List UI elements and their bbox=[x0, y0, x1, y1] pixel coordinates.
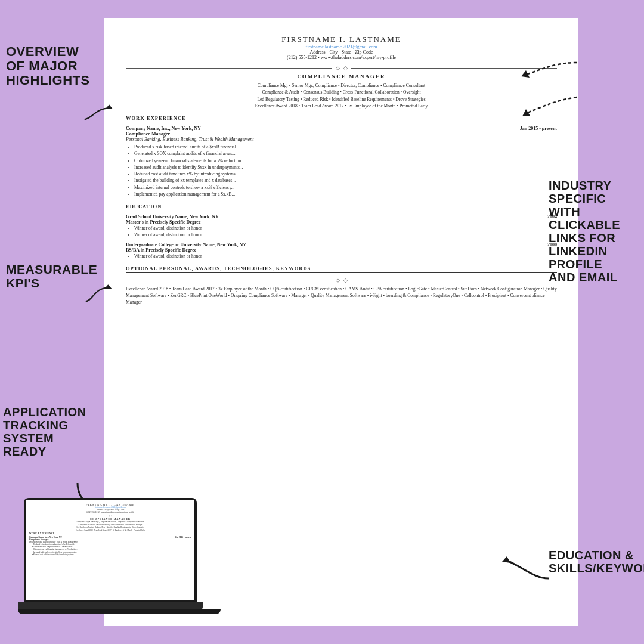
bullet-item: Produced x risk-based internal audits of… bbox=[134, 144, 557, 150]
edu2-school: Undergraduate College or University Name… bbox=[126, 242, 246, 247]
laptop-diamond1: ◇ ◇ bbox=[29, 515, 191, 517]
diamond-b-right: ◇ bbox=[343, 277, 348, 283]
laptop-header: FIRSTNAME I. LASTNAME firstname.lastname… bbox=[29, 503, 191, 513]
main-container: FIRSTNAME I. LASTNAME firstname.lastname… bbox=[0, 0, 644, 644]
edu2-bullets: Winner of award, distinction or honor bbox=[134, 253, 557, 259]
resume-phone-text: (212) 555-1212 • www.theladders.com/expe… bbox=[287, 55, 396, 60]
laptop-screen-inner: FIRSTNAME I. LASTNAME firstname.lastname… bbox=[26, 500, 194, 600]
diamond-divider-bottom: ◇ ◇ bbox=[126, 277, 557, 283]
laptop-dates: Jan 2015 - present bbox=[175, 536, 191, 538]
annotation-education-text: EDUCATION & SKILLS/KEYWORDS bbox=[549, 549, 644, 575]
laptop-bottom bbox=[18, 609, 221, 614]
laptop-screen: FIRSTNAME I. LASTNAME firstname.lastname… bbox=[24, 498, 197, 602]
kw-line3: Led Regulatory Testing • Reduced Risk • … bbox=[126, 96, 557, 103]
job1-header: Company Name, Inc., New York, NY Jan 201… bbox=[126, 126, 557, 131]
work-experience-header: WORK EXPERIENCE bbox=[126, 115, 557, 122]
laptop-base bbox=[18, 602, 203, 609]
edu1-degree: Master's in Precisely Specific Degree bbox=[126, 219, 557, 225]
laptop-d-left: ◇ bbox=[109, 515, 110, 517]
resume-email[interactable]: firstname.lastname.2021@gmail.com bbox=[305, 44, 377, 49]
education-header: EDUCATION bbox=[126, 203, 557, 210]
bullet-item: Optimized year-end financial statements … bbox=[134, 157, 557, 164]
job1-title: Compliance Manager bbox=[126, 131, 557, 137]
edu1-bullets: Winner of award, distinction or honor Wi… bbox=[134, 225, 557, 239]
arrow-industry-bottom-icon bbox=[496, 88, 580, 121]
optional-header: OPTIONAL PERSONAL, AWARDS, TECHNOLOGIES,… bbox=[126, 265, 557, 273]
job1-dates: Jan 2015 - present bbox=[520, 126, 557, 131]
arrow-industry-top-icon bbox=[496, 54, 580, 86]
annotation-ats-text: APPLICATION TRACKING SYSTEM READY bbox=[3, 405, 86, 458]
edu1-bullet1: Winner of award, distinction or honor bbox=[134, 225, 557, 231]
job1-bullets: Produced x risk-based internal audits of… bbox=[134, 144, 557, 197]
resume-title: COMPLIANCE MANAGER bbox=[126, 73, 557, 79]
diamond-right: ◇ bbox=[343, 65, 348, 71]
resume-name: FIRSTNAME I. LASTNAME bbox=[126, 35, 557, 44]
annotation-industry: INDUSTRY SPECIFIC WITH CLICKABLE LINKS F… bbox=[549, 179, 641, 284]
edu1-school: Grad School University Name, New York, N… bbox=[126, 214, 219, 219]
bullet-item: Reduced cost audit timelines x% by intro… bbox=[134, 171, 557, 177]
resume-header: FIRSTNAME I. LASTNAME firstname.lastname… bbox=[126, 35, 557, 60]
laptop-work-section: WORK EXPERIENCE bbox=[29, 532, 191, 535]
arrow-overview-icon bbox=[82, 92, 118, 128]
kw-line1: Compliance Mgr • Senior Mgr., Compliance… bbox=[126, 82, 557, 89]
laptop-mockup: FIRSTNAME I. LASTNAME firstname.lastname… bbox=[18, 498, 203, 623]
resume-phone: (212) 555-1212 • www.theladders.com/expe… bbox=[126, 55, 557, 60]
edu2-header-wrapper: Undergraduate College or University Name… bbox=[126, 242, 557, 259]
bullet-item: Increased audit analysis to identify $xx… bbox=[134, 164, 557, 171]
bullet-item: Instigated the building of xx templates … bbox=[134, 177, 557, 184]
job1-company: Company Name, Inc., New York, NY bbox=[126, 126, 201, 131]
annotation-industry-text: INDUSTRY SPECIFIC WITH CLICKABLE LINKS F… bbox=[549, 179, 620, 284]
svg-marker-0 bbox=[106, 104, 113, 109]
laptop-d-right: ◇ bbox=[111, 515, 112, 517]
svg-marker-4 bbox=[502, 556, 510, 563]
laptop-kw: Compliance Mgr • Senior Mgr., Compliance… bbox=[29, 521, 191, 531]
kw-line4: Excellence Award 2018 • Team Lead Award … bbox=[126, 103, 557, 109]
diamond-divider-top: ◇ ◇ bbox=[126, 65, 557, 71]
edu2-bullet1: Winner of award, distinction or honor bbox=[134, 253, 557, 259]
keywords-block: Compliance Mgr • Senior Mgr., Compliance… bbox=[126, 82, 557, 109]
annotation-overview-text: OVERVIEW OF MAJOR HIGHLIGHTS bbox=[6, 44, 90, 88]
bullet-item: Maximized internal controls to show a xx… bbox=[134, 184, 557, 191]
svg-marker-1 bbox=[104, 284, 112, 289]
annotation-ats: APPLICATION TRACKING SYSTEM READY bbox=[3, 405, 92, 458]
bullet-item: Generated x SOX complaint audits of x fi… bbox=[134, 150, 557, 157]
edu1-bullet2: Winner of award, distinction or honor bbox=[134, 231, 557, 238]
edu2-header: Undergraduate College or University Name… bbox=[126, 242, 557, 247]
annotation-education: EDUCATION & SKILLS/KEYWORDS bbox=[549, 549, 641, 575]
job1-subtitle: Personal Banking, Business Banking, Trus… bbox=[126, 137, 557, 142]
diamond-b-left: ◇ bbox=[336, 277, 340, 283]
diamond-left: ◇ bbox=[336, 65, 340, 71]
arrow-education-icon bbox=[492, 549, 552, 584]
optional-section: Excellence Award 2018 • Team Lead Award … bbox=[126, 286, 557, 306]
bullet-item: Implemented pay application management f… bbox=[134, 191, 557, 197]
annotation-overview: OVERVIEW OF MAJOR HIGHLIGHTS bbox=[6, 45, 98, 88]
arrow-measurable-icon bbox=[83, 277, 119, 307]
edu1-header: Grad School University Name, New York, N… bbox=[126, 214, 557, 219]
kw-line2: Compliance & Audit • Consensus Building … bbox=[126, 89, 557, 95]
resume-address: Address - City - State - Zip Code bbox=[126, 49, 557, 55]
edu2-degree: BS/BA in Precisely Specific Degree bbox=[126, 247, 557, 253]
laptop-phone: (212) 555-1212 • www.theladders.com/expe… bbox=[29, 511, 191, 513]
laptop-bullets: • Produced x risk-based internal audits … bbox=[32, 543, 191, 556]
